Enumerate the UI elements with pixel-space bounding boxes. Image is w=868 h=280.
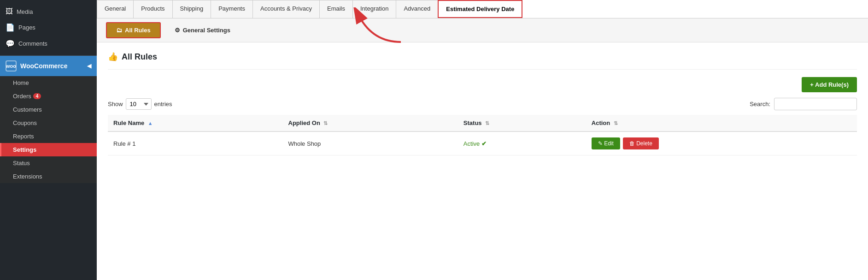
col-rule-name[interactable]: Rule Name ▲ — [108, 115, 283, 131]
search-input[interactable] — [774, 98, 857, 110]
tab-products[interactable]: Products — [133, 0, 172, 18]
status-checkmark: ✔ — [481, 140, 487, 147]
table-controls: Show 10 25 50 100 entries Search: — [108, 98, 857, 110]
sort-up-icon: ▲ — [148, 120, 153, 126]
tab-advanced[interactable]: Advanced — [396, 0, 438, 18]
rules-table: Rule Name ▲ Applied On ⇅ Status ⇅ Action… — [108, 115, 857, 155]
sub-tabs-bar: 🗂 All Rules ⚙ General Settings — [97, 18, 868, 42]
all-rules-tab-label: All Rules — [125, 27, 151, 34]
sidebar-item-coupons[interactable]: Coupons — [0, 116, 97, 130]
woocommerce-menu: woo WooCommerce ◀ Home Orders 4 Customer… — [0, 55, 97, 183]
main-content: General Products Shipping Payments Accou… — [97, 0, 868, 280]
woo-badge: woo — [6, 60, 17, 71]
sidebar-item-media-label: Media — [17, 8, 33, 15]
tabs-bar: General Products Shipping Payments Accou… — [97, 0, 868, 18]
sidebar-item-home[interactable]: Home — [0, 76, 97, 89]
edit-button[interactable]: ✎ Edit — [592, 137, 620, 149]
sidebar-item-reports[interactable]: Reports — [0, 130, 97, 143]
page-body: 👍 All Rules + Add Rule(s) Show 10 25 50 … — [97, 42, 868, 280]
media-icon: 🖼 — [6, 7, 13, 16]
entries-select[interactable]: 10 25 50 100 — [126, 98, 152, 110]
toolbar-row: + Add Rule(s) — [108, 77, 857, 92]
all-rules-tab-button[interactable]: 🗂 All Rules — [106, 22, 161, 38]
search-label: Search: — [750, 101, 770, 107]
sidebar-item-status[interactable]: Status — [0, 156, 97, 170]
cell-action: ✎ Edit 🗑 Delete — [586, 131, 857, 155]
pages-icon: 📄 — [6, 23, 15, 32]
col-status-label: Status — [463, 119, 482, 126]
show-entries-control: Show 10 25 50 100 entries — [108, 98, 172, 110]
action-buttons: ✎ Edit 🗑 Delete — [592, 137, 851, 149]
briefcase-icon: 🗂 — [116, 27, 122, 34]
sort-both-icon-status: ⇅ — [485, 120, 489, 126]
gear-icon: ⚙ — [175, 27, 180, 34]
tab-shipping[interactable]: Shipping — [172, 0, 211, 18]
general-settings-tab-label: General Settings — [183, 27, 230, 34]
sidebar-item-extensions[interactable]: Extensions — [0, 170, 97, 183]
sidebar-item-pages[interactable]: 📄 Pages — [0, 19, 97, 36]
cell-status: Active ✔ — [458, 131, 586, 155]
woocommerce-label: WooCommerce — [20, 62, 67, 70]
sidebar-item-comments-label: Comments — [18, 40, 47, 47]
sort-both-icon-action: ⇅ — [614, 120, 618, 126]
sidebar-top: 🖼 Media 📄 Pages 💬 Comments — [0, 0, 97, 55]
tab-estimated-delivery-date[interactable]: Estimated Delivery Date — [438, 0, 522, 18]
page-title: 👍 All Rules — [108, 52, 857, 62]
cell-applied-on: Whole Shop — [283, 131, 458, 155]
col-applied-on[interactable]: Applied On ⇅ — [283, 115, 458, 131]
col-rule-name-label: Rule Name — [113, 119, 144, 126]
cell-rule-name: Rule # 1 — [108, 131, 283, 155]
search-control: Search: — [750, 98, 857, 110]
general-settings-tab-link[interactable]: ⚙ General Settings — [170, 24, 235, 36]
sidebar-item-pages-label: Pages — [18, 24, 35, 31]
tab-integration[interactable]: Integration — [352, 0, 396, 18]
entries-label: entries — [154, 101, 172, 107]
show-label: Show — [108, 101, 123, 107]
tab-emails[interactable]: Emails — [319, 0, 353, 18]
table-header-row: Rule Name ▲ Applied On ⇅ Status ⇅ Action… — [108, 115, 857, 131]
thumbs-up-icon: 👍 — [108, 52, 118, 62]
col-action[interactable]: Action ⇅ — [586, 115, 857, 131]
sidebar-item-media[interactable]: 🖼 Media — [0, 4, 97, 19]
sidebar-item-customers[interactable]: Customers — [0, 103, 97, 116]
col-action-label: Action — [592, 119, 610, 126]
col-applied-on-label: Applied On — [288, 119, 320, 126]
tab-payments[interactable]: Payments — [211, 0, 253, 18]
sidebar-item-orders[interactable]: Orders 4 — [0, 89, 97, 103]
sidebar-item-comments[interactable]: 💬 Comments — [0, 36, 97, 52]
tab-accounts-privacy[interactable]: Accounts & Privacy — [252, 0, 320, 18]
title-divider — [108, 69, 857, 70]
sidebar-item-settings[interactable]: Settings — [0, 143, 97, 156]
add-rule-button[interactable]: + Add Rule(s) — [802, 77, 857, 92]
comments-icon: 💬 — [6, 39, 15, 48]
orders-badge: 4 — [33, 93, 41, 99]
sidebar: 🖼 Media 📄 Pages 💬 Comments woo WooCommer… — [0, 0, 97, 280]
woocommerce-header[interactable]: woo WooCommerce ◀ — [0, 56, 97, 76]
sort-both-icon-applied: ⇅ — [323, 120, 328, 126]
status-active-text: Active — [463, 140, 480, 147]
table-row: Rule # 1 Whole Shop Active ✔ ✎ Edit 🗑 De… — [108, 131, 857, 155]
woo-logo: woo WooCommerce — [6, 60, 67, 71]
delete-button[interactable]: 🗑 Delete — [623, 137, 659, 149]
tab-general[interactable]: General — [97, 0, 134, 18]
col-status[interactable]: Status ⇅ — [458, 115, 586, 131]
chevron-left-icon: ◀ — [87, 63, 91, 69]
page-title-text: All Rules — [122, 52, 157, 62]
